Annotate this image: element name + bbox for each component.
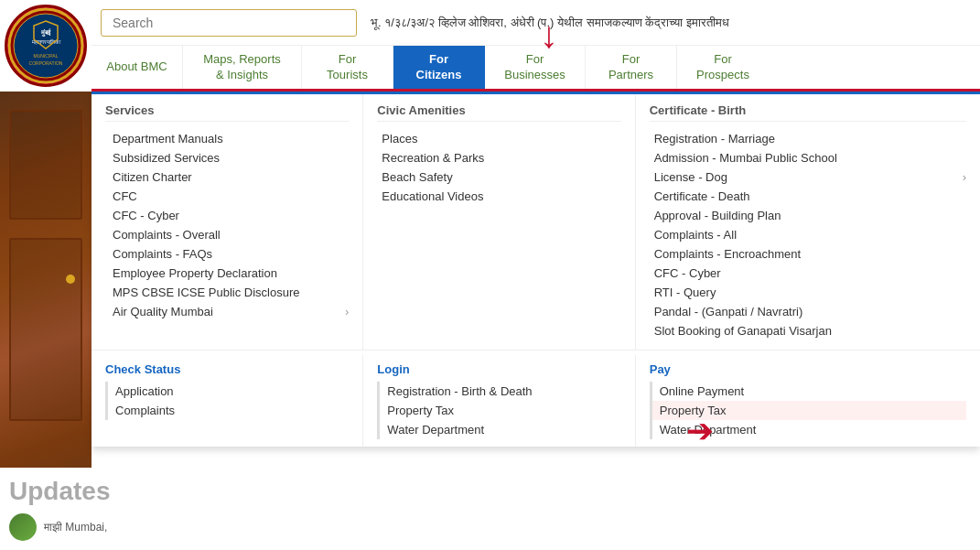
menu-item-login-water[interactable]: Water Department [377, 420, 620, 439]
nav-for-partners[interactable]: ForPartners [586, 46, 677, 89]
svg-point-1 [14, 14, 78, 78]
update-avatar [9, 513, 37, 541]
dropdown-col-certs: Certificate - Birth Registration - Marri… [636, 94, 980, 350]
nav-for-prospects[interactable]: ForProspects [677, 46, 769, 89]
menu-item-login-prop-tax[interactable]: Property Tax [377, 401, 620, 420]
col-services-header: Services [105, 103, 349, 122]
down-arrow-indicator: ↓ [540, 16, 558, 53]
svg-text:CORPORATION: CORPORATION [29, 60, 63, 66]
menu-item-login-reg-birth[interactable]: Registration - Birth & Death [377, 382, 620, 401]
svg-text:MUNICIPAL: MUNICIPAL [34, 53, 59, 59]
login-header: Login [377, 362, 620, 376]
updates-section: Updates माझी Mumbai, [0, 468, 146, 550]
update-text: माझी Mumbai, [44, 521, 107, 534]
menu-item-edu-videos[interactable]: Educational Videos [377, 187, 620, 206]
dropdown-col-check-status: Check Status Application Complaints [92, 355, 363, 447]
nav-for-businesses[interactable]: ForBusinesses [485, 46, 586, 89]
nav-for-tourists[interactable]: ForTourists [302, 46, 393, 89]
menu-item-online-payment[interactable]: Online Payment [650, 382, 966, 401]
menu-item-license-dog[interactable]: License - Dog › [650, 167, 966, 187]
menu-item-pandal[interactable]: Pandal - (Ganpati / Navratri) [650, 302, 966, 321]
dropdown-menu: Services Department Manuals Subsidized S… [92, 92, 980, 447]
menu-item-complaints-encr[interactable]: Complaints - Encroachment [650, 244, 966, 264]
col-certs-header: Certificate - Birth [650, 103, 966, 122]
pay-header: Pay [650, 362, 966, 376]
menu-item-places[interactable]: Places [377, 129, 620, 148]
nav-about-bmc[interactable]: About BMC [92, 46, 183, 89]
marquee-text: भू. १/३८/३अ/२ व्हिलेज ओशिवरा, अंधेरी (प.… [371, 16, 971, 30]
logo[interactable]: मुंबई महानगरपालिका MUNICIPAL CORPORATION [5, 5, 87, 87]
menu-item-application[interactable]: Application [105, 382, 349, 401]
dropdown-col-login: Login Registration - Birth & Death Prope… [363, 355, 635, 447]
col-civic-header: Civic Amenities [377, 103, 620, 122]
svg-text:मुंबई: मुंबई [40, 28, 51, 37]
right-arrow-indicator: ➔ [686, 415, 714, 448]
menu-item-complaints-all[interactable]: Complaints - All [650, 225, 966, 244]
menu-item-employee-prop[interactable]: Employee Property Declaration [105, 264, 349, 283]
menu-item-complaints-status[interactable]: Complaints [105, 401, 349, 420]
menu-item-mps-cbse[interactable]: MPS CBSE ICSE Public Disclosure [105, 283, 349, 302]
menu-item-citizen-charter[interactable]: Citizen Charter [105, 167, 349, 187]
menu-item-cfc[interactable]: CFC [105, 187, 349, 206]
menu-item-air-quality[interactable]: Air Quality Mumbai › [105, 302, 349, 321]
dropdown-col-services: Services Department Manuals Subsidized S… [92, 94, 363, 350]
menu-item-cert-death[interactable]: Certificate - Death [650, 187, 966, 206]
update-item: माझी Mumbai, [9, 513, 137, 541]
svg-text:महानगरपालिका: महानगरपालिका [31, 38, 61, 45]
menu-item-cfc-cyber2[interactable]: CFC - Cyber [650, 264, 966, 283]
menu-item-subsidized[interactable]: Subsidized Services [105, 148, 349, 167]
menu-item-admission-mumbai[interactable]: Admission - Mumbai Public School [650, 148, 966, 167]
menu-item-approval-bldg[interactable]: Approval - Building Plan [650, 206, 966, 225]
search-input[interactable] [101, 9, 357, 37]
menu-item-reg-marriage[interactable]: Registration - Marriage [650, 129, 966, 148]
menu-item-complaints-overall[interactable]: Complaints - Overall [105, 225, 349, 244]
menu-item-cfc-cyber[interactable]: CFC - Cyber [105, 206, 349, 225]
menu-item-complaints-faqs[interactable]: Complaints - FAQs [105, 244, 349, 264]
nav-for-citizens[interactable]: ForCitizens [393, 46, 485, 89]
check-status-header: Check Status [105, 362, 349, 376]
dropdown-col-civic: Civic Amenities Places Recreation & Park… [363, 94, 635, 350]
menu-item-recreation[interactable]: Recreation & Parks [377, 148, 620, 167]
menu-item-rti-query[interactable]: RTI - Query [650, 283, 966, 302]
nav-maps-reports[interactable]: Maps, Reports& Insights [183, 46, 302, 89]
menu-item-slot-booking[interactable]: Slot Booking of Ganapati Visarjan [650, 321, 966, 340]
updates-title: Updates [9, 477, 137, 506]
menu-item-beach-safety[interactable]: Beach Safety [377, 167, 620, 187]
menu-item-dept-manuals[interactable]: Department Manuals [105, 129, 349, 148]
